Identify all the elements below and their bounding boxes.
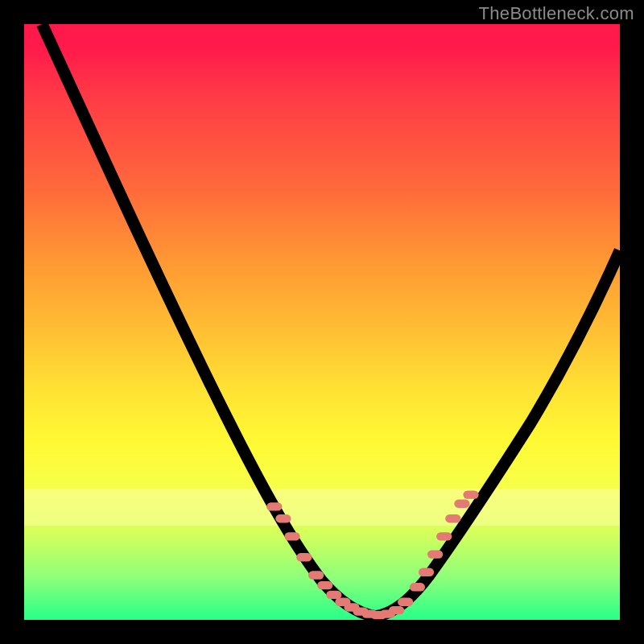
optimum-dot	[326, 591, 341, 599]
optimum-dot	[275, 514, 291, 522]
optimum-dot	[317, 581, 332, 589]
optimum-dot	[445, 514, 460, 522]
optimum-dot	[398, 598, 413, 606]
optimum-dot	[266, 502, 282, 510]
optimum-dot	[389, 606, 404, 614]
optimum-dot	[296, 553, 312, 561]
chart-frame	[24, 24, 620, 620]
optimum-dot	[436, 532, 452, 540]
optimum-dot	[419, 568, 434, 576]
watermark-text: TheBottleneck.com	[479, 3, 634, 24]
bottleneck-curve	[42, 24, 620, 617]
optimum-dot	[454, 500, 469, 508]
optimum-dot	[463, 490, 478, 498]
chart-svg	[24, 24, 620, 620]
optimum-dot	[308, 571, 324, 579]
optimum-dot	[410, 583, 425, 591]
optimum-dot	[427, 550, 443, 558]
optimum-dot	[284, 532, 299, 540]
